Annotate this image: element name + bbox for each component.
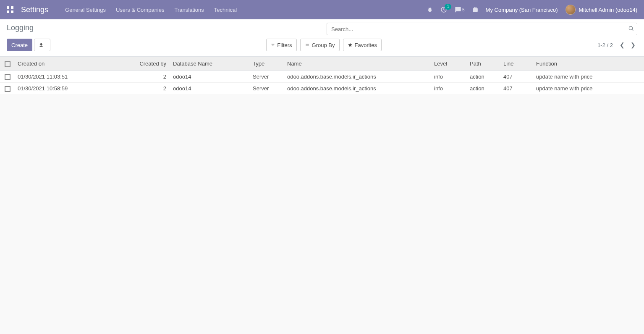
- select-all-checkbox[interactable]: [5, 61, 10, 67]
- bug-icon[interactable]: [427, 7, 433, 13]
- cell-function: update name with price: [534, 71, 644, 83]
- search-icon[interactable]: [628, 26, 634, 33]
- favorites-button[interactable]: Favorites: [343, 39, 382, 51]
- cell-function: update name with price: [534, 83, 644, 95]
- cell-level: info: [432, 83, 467, 95]
- svg-rect-0: [7, 6, 9, 9]
- nav-technical[interactable]: Technical: [214, 7, 237, 13]
- col-database-name[interactable]: Database Name: [170, 57, 250, 71]
- cell-name: odoo.addons.base.models.ir_actions: [285, 71, 432, 83]
- cell-created-by: 2: [112, 71, 170, 83]
- cell-database-name: odoo14: [170, 71, 250, 83]
- col-type[interactable]: Type: [250, 57, 285, 71]
- filters-button[interactable]: Filters: [266, 39, 296, 51]
- cell-line: 407: [501, 83, 534, 95]
- company-selector[interactable]: My Company (San Francisco): [486, 7, 558, 13]
- cell-path: action: [467, 71, 501, 83]
- user-menu[interactable]: Mitchell Admin (odoo14): [565, 5, 637, 15]
- cell-line: 407: [501, 71, 534, 83]
- cell-level: info: [432, 71, 467, 83]
- cell-type: Server: [250, 71, 285, 83]
- activity-badge: 1: [445, 4, 451, 10]
- nav-users-companies[interactable]: Users & Companies: [116, 7, 165, 13]
- svg-rect-2: [7, 11, 9, 13]
- table-row[interactable]: 01/30/2021 10:58:59 2 odoo14 Server odoo…: [0, 83, 644, 95]
- cell-path: action: [467, 83, 501, 95]
- cell-type: Server: [250, 83, 285, 95]
- systray: 1 5 My Company (San Francisco) Mitchell …: [427, 5, 637, 15]
- chat-badge: 5: [462, 8, 465, 12]
- col-created-on[interactable]: Created on: [15, 57, 112, 71]
- gift-icon[interactable]: [472, 7, 478, 13]
- favorites-label: Favorites: [355, 42, 377, 48]
- empty-area: [0, 95, 644, 313]
- list-view: Created on Created by Database Name Type…: [0, 57, 644, 95]
- row-checkbox[interactable]: [5, 74, 10, 80]
- svg-line-6: [632, 29, 634, 31]
- svg-rect-3: [11, 11, 13, 13]
- nav-general-settings[interactable]: General Settings: [65, 7, 106, 13]
- search-input[interactable]: [327, 23, 637, 35]
- search-wrap: [327, 23, 637, 35]
- cell-created-on: 01/30/2021 10:58:59: [15, 83, 112, 95]
- activity-icon[interactable]: 1: [440, 6, 447, 13]
- groupby-button[interactable]: Group By: [300, 39, 340, 51]
- pager: 1-2 / 2 ❮ ❯: [597, 40, 637, 50]
- top-nav: Settings General Settings Users & Compan…: [0, 0, 644, 19]
- pager-count: 1-2 / 2: [597, 42, 613, 48]
- col-function[interactable]: Function: [534, 57, 644, 71]
- svg-point-5: [629, 26, 632, 30]
- log-table: Created on Created by Database Name Type…: [0, 57, 644, 95]
- col-path[interactable]: Path: [467, 57, 501, 71]
- svg-rect-1: [11, 6, 13, 9]
- col-name[interactable]: Name: [285, 57, 432, 71]
- nav-translations[interactable]: Translations: [175, 7, 204, 13]
- col-created-by[interactable]: Created by: [112, 57, 170, 71]
- breadcrumb: Logging: [7, 23, 34, 32]
- filters-label: Filters: [277, 42, 292, 48]
- control-panel: Logging Create Filters Group By: [0, 19, 644, 57]
- groupby-label: Group By: [312, 42, 335, 48]
- avatar: [565, 5, 576, 15]
- chat-icon[interactable]: 5: [455, 6, 465, 13]
- col-level[interactable]: Level: [432, 57, 467, 71]
- cell-created-by: 2: [112, 83, 170, 95]
- nav-menu: General Settings Users & Companies Trans…: [65, 7, 237, 13]
- pager-prev[interactable]: ❮: [618, 40, 626, 50]
- pager-next[interactable]: ❯: [629, 40, 637, 50]
- user-name: Mitchell Admin (odoo14): [579, 7, 637, 13]
- cell-created-on: 01/30/2021 11:03:51: [15, 71, 112, 83]
- apps-icon[interactable]: [7, 6, 13, 13]
- cell-database-name: odoo14: [170, 83, 250, 95]
- col-line[interactable]: Line: [501, 57, 534, 71]
- cell-name: odoo.addons.base.models.ir_actions: [285, 83, 432, 95]
- create-button[interactable]: Create: [7, 39, 32, 51]
- table-row[interactable]: 01/30/2021 11:03:51 2 odoo14 Server odoo…: [0, 71, 644, 83]
- app-title: Settings: [21, 5, 48, 14]
- row-checkbox[interactable]: [5, 86, 10, 92]
- export-button[interactable]: [34, 39, 50, 51]
